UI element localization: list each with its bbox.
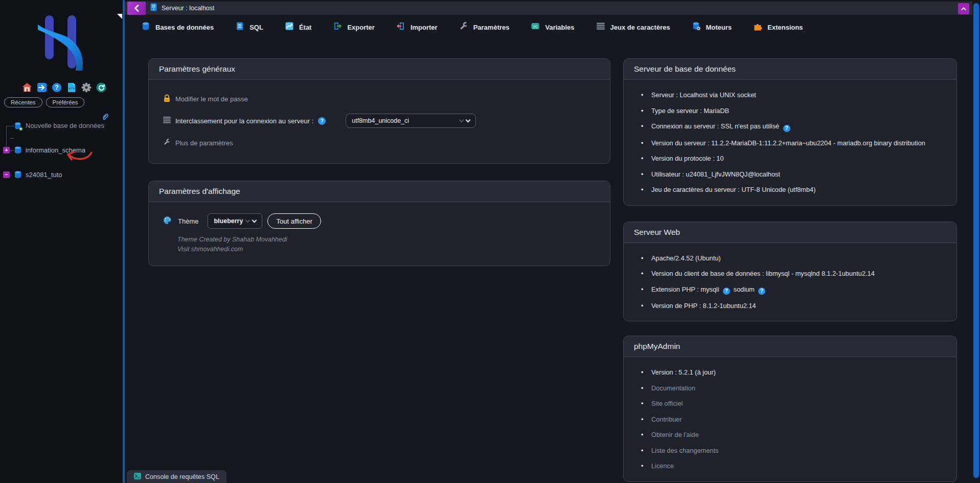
svg-text:?: ? xyxy=(55,84,58,91)
list-item: Version du serveur : 11.2.2-MariaDB-1:11… xyxy=(641,139,947,148)
tab-status[interactable]: État xyxy=(285,21,312,33)
tab-label: Jeux de caractères xyxy=(610,24,670,31)
variables-icon: (x) xyxy=(531,21,540,33)
code-doc-icon: </> xyxy=(67,82,76,95)
help-icon: ? xyxy=(52,82,62,95)
list-item[interactable]: Documentation xyxy=(641,384,947,393)
tab-import[interactable]: Importer xyxy=(396,21,438,33)
tab-sql[interactable]: SQL xyxy=(235,21,263,33)
show-all-themes-button[interactable]: Tout afficher xyxy=(267,213,321,229)
sidebar-collapse-handle[interactable] xyxy=(117,14,122,19)
tab-label: SQL xyxy=(249,24,263,31)
tab-settings[interactable]: Paramètres xyxy=(459,21,510,33)
help-icon[interactable]: ? xyxy=(758,288,765,295)
refresh-button[interactable] xyxy=(96,83,106,94)
puzzle-icon xyxy=(753,21,762,33)
list-item: Apache/2.4.52 (Ubuntu) xyxy=(641,254,947,263)
tab-export[interactable]: Exporter xyxy=(333,21,374,33)
tab-label: Exporter xyxy=(347,24,374,31)
refresh-icon xyxy=(96,82,106,95)
list-item-text: Jeu de caractères du serveur : UTF-8 Uni… xyxy=(651,186,815,193)
list-item: Serveur : Localhost via UNIX socket xyxy=(641,91,947,100)
sql-console-toggle[interactable]: Console de requêtes SQL xyxy=(127,470,226,483)
tree-expander[interactable]: − xyxy=(3,171,10,178)
panel-display-settings: Paramètres d'affichage Thème blueberry T… xyxy=(148,181,610,266)
home-button[interactable] xyxy=(21,83,32,94)
settings-button[interactable] xyxy=(81,83,92,94)
page-title: Serveur : localhost xyxy=(162,5,215,12)
filter-préférées[interactable]: Préférées xyxy=(46,97,85,107)
tree-item-information-schema[interactable]: +information_schema xyxy=(0,144,123,157)
help-button[interactable]: ? xyxy=(51,83,62,94)
status-chart-icon xyxy=(285,21,294,33)
panel-title: phpMyAdmin xyxy=(624,336,956,357)
tab-variables[interactable]: (x)Variables xyxy=(531,21,574,33)
tree-expander[interactable]: + xyxy=(3,147,10,153)
tab-databases[interactable]: Bases de données xyxy=(141,21,214,33)
list-item: Jeu de caractères du serveur : UTF-8 Uni… xyxy=(641,185,947,194)
list-item[interactable]: Licence xyxy=(641,462,947,471)
panel-web-server: Serveur Web Apache/2.4.52 (Ubuntu)Versio… xyxy=(623,222,957,321)
docs-button[interactable]: </> xyxy=(66,83,77,94)
list-item: Type de serveur : MariaDB xyxy=(641,106,947,116)
list-item-link[interactable]: Documentation xyxy=(651,384,695,392)
logout-button[interactable] xyxy=(36,83,47,94)
back-button[interactable] xyxy=(127,2,146,15)
list-item-link[interactable]: Site officiel xyxy=(651,400,683,407)
titlebar: Serveur : localhost xyxy=(125,2,980,15)
help-icon[interactable]: ? xyxy=(723,288,730,295)
panel-title: Paramètres généraux xyxy=(149,59,610,80)
tab-label: Importer xyxy=(411,24,438,31)
change-password-link[interactable]: Modifier le mot de passe xyxy=(175,95,248,103)
list-item: Version de PHP : 8.1.2-1ubuntu2.14 xyxy=(641,301,947,311)
list-item-link[interactable]: Liste des changements xyxy=(651,447,719,454)
tab-plugins[interactable]: Extensions xyxy=(753,21,803,33)
engines-icon xyxy=(692,21,701,33)
database-tree: Nouvelle base de données+information_sch… xyxy=(0,120,123,157)
list-item-text: Version : 5.2.1 (à jour) xyxy=(651,368,716,376)
scrollbar-thumb[interactable] xyxy=(973,3,979,478)
list-item[interactable]: Liste des changements xyxy=(641,446,947,455)
tab-engines[interactable]: Moteurs xyxy=(692,21,732,33)
list-item-text: sodium xyxy=(734,286,755,293)
list-item: Version du protocole : 10 xyxy=(641,154,947,163)
list-item-text: Utilisateur : u24081_LjfvJWN8QJ@localhos… xyxy=(651,170,780,178)
console-label: Console de requêtes SQL xyxy=(145,473,219,480)
collation-select[interactable]: utf8mb4_unicode_ci xyxy=(346,114,476,128)
tab-label: Paramètres xyxy=(473,24,510,31)
list-item-text: Connexion au serveur : SSL n'est pas uti… xyxy=(651,122,779,130)
list-item[interactable]: Contribuer xyxy=(641,415,947,424)
list-item: Utilisateur : u24081_LjfvJWN8QJ@localhos… xyxy=(641,170,947,179)
more-settings-link[interactable]: Plus de paramètres xyxy=(175,139,233,147)
help-icon[interactable]: ? xyxy=(318,117,326,125)
terminal-icon xyxy=(134,473,141,481)
charsets-icon xyxy=(596,23,605,32)
navigation-sidebar: ?</> RécentesPréférées Nouvelle base de … xyxy=(0,0,123,483)
list-item-link[interactable]: Contribuer xyxy=(651,415,682,423)
tree-item-s24081-tuto[interactable]: −s24081_tuto xyxy=(0,169,123,181)
database-icon xyxy=(14,171,22,181)
list-item[interactable]: Obtenir de l'aide xyxy=(641,430,947,440)
theme-label: Thème xyxy=(178,217,198,225)
list-item-text: Version du protocole : 10 xyxy=(651,155,724,162)
list-item-link[interactable]: Licence xyxy=(651,462,674,470)
tree-item-new-database[interactable]: Nouvelle base de données xyxy=(0,120,123,132)
filter-récentes[interactable]: Récentes xyxy=(4,97,42,107)
lock-icon xyxy=(163,94,171,104)
vertical-scrollbar[interactable] xyxy=(972,0,980,483)
panel-database-server: Serveur de base de données Serveur : Loc… xyxy=(623,58,957,206)
phpmyadmin-logo xyxy=(38,13,89,76)
scroll-to-top-button[interactable] xyxy=(958,3,969,14)
list-item[interactable]: Site officiel xyxy=(641,399,947,408)
panel-title: Serveur Web xyxy=(624,222,956,243)
list-item-text: Apache/2.4.52 (Ubuntu) xyxy=(651,254,721,262)
theme-select[interactable]: blueberry xyxy=(208,213,262,229)
import-icon xyxy=(396,21,405,33)
tab-charsets[interactable]: Jeux de caractères xyxy=(596,23,670,32)
tree-item-label: s24081_tuto xyxy=(26,171,62,179)
list-item-text: Type de serveur : MariaDB xyxy=(651,107,729,115)
list-item-link[interactable]: Obtenir de l'aide xyxy=(651,431,699,438)
database-plus-icon xyxy=(14,122,23,133)
help-icon[interactable]: ? xyxy=(783,125,790,132)
tab-label: Moteurs xyxy=(706,24,732,31)
